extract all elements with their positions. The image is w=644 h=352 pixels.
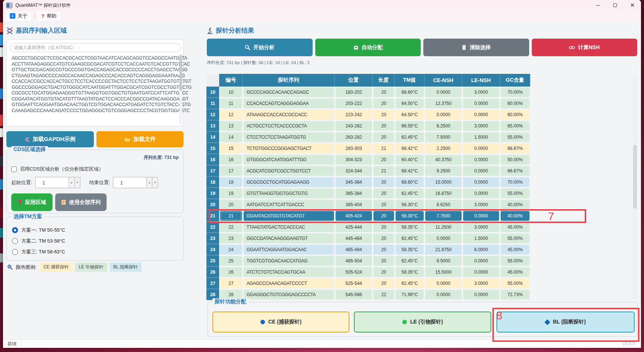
table-cell-seq[interactable]: AGAGCCCAAACAGATCCCCT	[244, 279, 334, 288]
row-number-header[interactable]: 26	[206, 267, 219, 278]
table-cell-tm[interactable]: 58.35°C	[396, 222, 424, 232]
table-cell-gc[interactable]: 50.00%	[501, 155, 530, 165]
column-header[interactable]: 编号	[219, 74, 243, 87]
row-number-header[interactable]: 18	[206, 177, 219, 188]
apply-region-button[interactable]: 应用区域	[11, 193, 53, 211]
table-cell-tm[interactable]: 62.45°C	[396, 132, 424, 142]
table-cell-ce[interactable]: 8.2500	[425, 121, 462, 131]
table-row[interactable]: 1313ACTGCCTCCTCACCCCGCTA243-2622066.55°C…	[206, 120, 530, 132]
table-cell-seq[interactable]: TTAAGTATGACTCCACCCAC	[244, 222, 334, 232]
table-cell-tm[interactable]: 68.42°C	[396, 144, 424, 153]
table-cell-num[interactable]: 10	[220, 87, 242, 97]
table-cell-seq[interactable]: ACGCATCGGTCGCCTGGTCCT	[244, 166, 334, 176]
table-cell-len[interactable]: 20	[373, 222, 394, 232]
table-row[interactable]: 2323GGCCGATACAAGGGAAGTGT445-4642062.45°C…	[206, 233, 530, 244]
table-cell-tm[interactable]: 58.35°C	[396, 245, 424, 255]
row-number-header[interactable]: 17	[206, 165, 219, 177]
row-number-header[interactable]: 25	[206, 255, 219, 267]
end-pos-stepper[interactable]: 1 ▲ ▼	[113, 177, 158, 188]
table-cell-pos[interactable]: 345-364	[336, 177, 372, 187]
table-cell-num[interactable]: 26	[220, 267, 242, 277]
table-cell-gc[interactable]: 60.00%	[501, 99, 530, 108]
table-cell-gc[interactable]: 66.67%	[501, 144, 530, 153]
table-cell-tm[interactable]: 68.60°C	[396, 177, 424, 187]
table-cell-gc[interactable]: 55.00%	[501, 132, 530, 142]
maximize-button[interactable]	[606, 0, 624, 10]
assign-ce-button[interactable]: CE (捕获探针)	[212, 312, 349, 333]
table-cell-tm[interactable]: 62.45°C	[396, 234, 424, 243]
table-cell-tm[interactable]: 62.45°C	[396, 256, 424, 266]
table-cell-pos[interactable]: 324-344	[336, 166, 372, 176]
table-cell-gc[interactable]: 55.00%	[501, 234, 530, 243]
table-cell-gc[interactable]: 45.00%	[501, 222, 530, 232]
table-cell-pos[interactable]: 425-444	[336, 222, 372, 232]
table-cell-gc[interactable]: 60.00%	[501, 110, 530, 120]
table-cell-ce[interactable]: 7.5000	[425, 132, 462, 142]
table-row[interactable]: 1212ATAAAGCCACCACCGCCACC223-2422064.50°C…	[206, 109, 530, 120]
table-cell-seq[interactable]: AATGATCCATTCATTGACCC	[244, 200, 334, 210]
table-cell-len[interactable]: 20	[373, 267, 394, 277]
table-cell-ce[interactable]: 8.6250	[425, 200, 462, 210]
table-cell-pos[interactable]: 525-544	[336, 279, 372, 288]
table-cell-len[interactable]: 20	[373, 234, 394, 243]
table-row[interactable]: 2525TGGTCGTGGACAACCATGAG485-5042062.45°C…	[206, 255, 530, 267]
table-cell-pos[interactable]: 445-464	[336, 234, 372, 243]
table-cell-pos[interactable]: 304-323	[336, 155, 372, 165]
toolbar-button-1[interactable]: 开始分析	[207, 39, 313, 56]
toolbar-button-3[interactable]: 清除选择	[423, 39, 529, 56]
start-pos-stepper[interactable]: 1 ▲ ▼	[35, 177, 80, 188]
row-number-header[interactable]: 22	[206, 222, 219, 233]
row-number-header[interactable]: 19	[206, 188, 219, 199]
table-cell-le[interactable]: 3.0000	[463, 200, 499, 210]
table-cell-num[interactable]: 20	[220, 200, 242, 210]
table-cell-len[interactable]: 20	[373, 121, 394, 131]
table-cell-tm[interactable]: 66.55°C	[396, 121, 424, 131]
table-row[interactable]: 1111CCACACCAGTCAGGGAGGAA203-2222064.50°C…	[206, 98, 530, 109]
table-cell-ce[interactable]: 15.0000	[425, 177, 462, 187]
table-cell-ce[interactable]: 15.5000	[425, 267, 462, 277]
table-cell-ce[interactable]: 2.2500	[425, 144, 462, 153]
table-cell-len[interactable]: 22	[373, 290, 394, 300]
table-cell-len[interactable]: 20	[373, 87, 394, 97]
row-number-header[interactable]: 11	[206, 98, 219, 109]
load-file-button[interactable]: 加载文件	[96, 131, 184, 147]
table-cell-le[interactable]: 0.0000	[463, 290, 499, 300]
table-cell-gc[interactable]: 70.00%	[501, 87, 530, 97]
table-row[interactable]: 1010GCCCCAGCCACAACCAGAGC183-2022068.60°C…	[206, 87, 530, 98]
table-cell-ce[interactable]: 21.8750	[425, 245, 462, 255]
start-pos-down-button[interactable]: ▼	[74, 177, 80, 188]
table-cell-num[interactable]: 19	[220, 189, 242, 198]
table-cell-le[interactable]: 0.0000	[463, 155, 499, 165]
table-row[interactable]: 2626ATCTCTGTCTACCAGTGCAA505-5242058.35°C…	[206, 267, 530, 278]
table-cell-seq[interactable]: ATCTCTGTCTACCAGTGCAA	[244, 267, 334, 277]
table-cell-ce[interactable]: 9.2500	[425, 166, 462, 176]
table-cell-num[interactable]: 24	[220, 245, 242, 255]
table-cell-num[interactable]: 18	[220, 177, 242, 187]
table-cell-pos[interactable]: 243-262	[336, 121, 372, 131]
sequence-scrollbar[interactable]	[179, 55, 182, 124]
table-row[interactable]: 1414CTCCTCCTCCTAAGATGGTG263-2822062.45°C…	[206, 132, 530, 143]
table-row[interactable]: 2222TTAAGTATGACTCCACCCAC425-4442058.35°C…	[206, 222, 530, 233]
column-header[interactable]: CE-NSH	[424, 74, 462, 87]
table-cell-le[interactable]: 0.0000	[463, 144, 499, 153]
radio-icon[interactable]	[12, 238, 18, 244]
column-header[interactable]: LE-NSH	[462, 74, 500, 87]
table-cell-gc[interactable]: 65.00%	[501, 121, 530, 131]
table-cell-tm[interactable]: 62.45°C	[396, 189, 424, 198]
table-cell-pos[interactable]: 365-384	[336, 189, 372, 198]
sequence-textarea[interactable]: AGCCCTGGCGCTCCGCACGCACCTCGGTAACATCACAGCA…	[12, 55, 177, 114]
row-number-header[interactable]: 13	[206, 120, 219, 132]
table-cell-le[interactable]: 0.0000	[463, 177, 499, 187]
table-cell-gc[interactable]: 55.00%	[501, 279, 530, 288]
table-cell-pos[interactable]: 465-484	[336, 245, 372, 255]
table-cell-seq[interactable]: GCGCGCCTGCATGGAGAAGG	[244, 177, 334, 187]
load-gapdh-example-button[interactable]: 加载GAPDH示例	[6, 131, 94, 147]
table-cell-le[interactable]: 0.0000	[463, 256, 499, 266]
table-cell-seq[interactable]: GTGGGCATCAATGGATTTGG	[244, 155, 334, 165]
table-cell-tm[interactable]: 68.42°C	[396, 166, 424, 176]
table-cell-tm[interactable]: 64.50°C	[396, 99, 424, 108]
table-cell-le[interactable]: 3.0000	[463, 222, 499, 232]
table-cell-num[interactable]: 23	[220, 234, 242, 243]
table-row[interactable]: 1616GTGGGCATCAATGGATTTGG304-3232060.40°C…	[206, 154, 530, 165]
table-cell-tm[interactable]: 62.45°C	[396, 279, 424, 288]
